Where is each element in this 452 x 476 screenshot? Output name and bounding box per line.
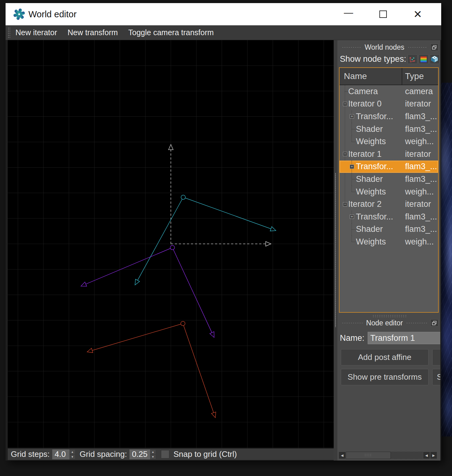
window-controls: — ✕	[331, 3, 435, 25]
table-row[interactable]: +Transfor...flam3_...	[340, 211, 438, 223]
cell-name: Shader	[340, 123, 402, 136]
title-bar[interactable]: World editor — ✕	[6, 3, 441, 25]
node-type: iterator	[402, 199, 438, 209]
maximize-button[interactable]	[366, 3, 400, 25]
show-pre-transforms-button[interactable]: Show pre transforms	[341, 369, 429, 385]
clipped-button-1[interactable]	[432, 349, 440, 365]
right-panel: World nodes Show node types:	[337, 40, 440, 461]
scroll-left-icon[interactable]: ◀	[339, 452, 346, 459]
world-editor-window: World editor — ✕ New iteratorNew transfo…	[6, 3, 441, 461]
table-row[interactable]: +Transfor...flam3_...	[340, 161, 438, 173]
table-row[interactable]: Weightsweigh...	[340, 135, 438, 148]
desktop-fractal-wallpaper	[441, 83, 452, 436]
table-row[interactable]: Shaderflam3_...	[340, 123, 438, 136]
vertical-splitter[interactable]	[334, 40, 337, 461]
transform-pivot	[181, 321, 185, 326]
minimize-button[interactable]: —	[331, 3, 366, 25]
table-row[interactable]: +Transfor...flam3_...	[340, 110, 438, 123]
table-row[interactable]: −Iterator 1iterator	[340, 148, 438, 161]
horizontal-scrollbar[interactable]: ◀ ◀ ▶	[339, 452, 437, 459]
cube-icon	[431, 55, 438, 63]
grid-steps-spinbox[interactable]: 4.0 ▲ ▼	[52, 449, 75, 459]
table-row[interactable]: Weightsweigh...	[340, 236, 438, 248]
world-nodes-panel-titlebar[interactable]: World nodes	[339, 42, 440, 52]
menu-item-new-transform[interactable]: New transform	[62, 28, 123, 37]
node-type: weigh...	[402, 237, 438, 247]
expander-minus-icon[interactable]: −	[343, 152, 347, 156]
cell-name: +Transfor...	[340, 211, 402, 223]
cell-name: Camera	[340, 85, 402, 98]
show-shader-nodes-button[interactable]	[419, 54, 429, 64]
button-column-clipped: S	[432, 349, 440, 389]
column-header-name[interactable]: Name	[340, 68, 402, 85]
add-post-affine-button[interactable]: Add post affine	[341, 349, 429, 365]
node-type: weigh...	[402, 137, 438, 146]
grid-spacing-value[interactable]: 0.25	[129, 449, 150, 459]
table-row[interactable]: −Iterator 2iterator	[340, 198, 438, 211]
world-canvas[interactable]	[8, 40, 334, 448]
spinner-down-icon[interactable]: ▼	[150, 454, 156, 459]
cell-name: Shader	[340, 173, 402, 186]
node-type: flam3_...	[402, 174, 438, 184]
spinner-up-icon[interactable]: ▲	[70, 449, 75, 454]
snap-to-grid-checkbox[interactable]	[161, 450, 169, 458]
node-name: Shader	[356, 124, 383, 134]
status-bar: Grid steps: 4.0 ▲ ▼ Grid spacing: 0.25 ▲	[8, 448, 334, 460]
node-editor-panel-titlebar[interactable]: Node editor	[339, 318, 440, 328]
canvas-column: Grid steps: 4.0 ▲ ▼ Grid spacing: 0.25 ▲	[8, 40, 334, 461]
cell-name: −Iterator 2	[340, 198, 402, 211]
table-row[interactable]: Cameracamera	[340, 85, 438, 98]
cell-name: Shader	[340, 223, 402, 236]
spinner-down-icon[interactable]: ▼	[70, 454, 75, 459]
node-name: Weights	[356, 237, 386, 247]
expander-plus-icon[interactable]: +	[350, 215, 354, 219]
spinner-up-icon[interactable]: ▲	[150, 449, 156, 454]
scrollbar-thumb[interactable]	[346, 452, 391, 459]
table-row[interactable]: Shaderflam3_...	[340, 223, 438, 236]
menu-item-toggle-camera-transform[interactable]: Toggle camera transform	[123, 28, 219, 37]
grid-spacing-spinbox[interactable]: 0.25 ▲ ▼	[129, 449, 156, 459]
scroll-right-icon[interactable]: ▶	[430, 452, 437, 459]
show-node-types-row: Show node types:	[339, 54, 440, 64]
table-row[interactable]: Weightsweigh...	[340, 186, 438, 198]
table-row[interactable]: −Iterator 0iterator	[340, 98, 438, 111]
horizontal-splitter[interactable]	[339, 314, 440, 318]
expander-plus-icon[interactable]: +	[350, 114, 354, 119]
scrollbar-track[interactable]	[346, 452, 423, 459]
node-name: Iterator 2	[348, 199, 382, 209]
show-weight-nodes-button[interactable]	[430, 54, 440, 64]
cell-name: −Iterator 1	[340, 148, 402, 161]
node-name: Weights	[356, 137, 386, 146]
node-name: Iterator 0	[348, 99, 382, 109]
node-name: Shader	[356, 174, 383, 184]
menubar: New iteratorNew transformToggle camera t…	[6, 25, 441, 40]
expander-minus-icon[interactable]: −	[343, 102, 347, 106]
menu-item-new-iterator[interactable]: New iterator	[10, 28, 62, 37]
expander-minus-icon[interactable]: −	[343, 202, 347, 207]
node-type: flam3_...	[402, 212, 438, 222]
transform-axes-icon	[409, 56, 416, 63]
close-button[interactable]: ✕	[400, 3, 435, 25]
undock-panel-button[interactable]	[430, 44, 438, 51]
expander-plus-icon[interactable]: +	[350, 165, 354, 169]
node-name-input[interactable]	[368, 332, 440, 344]
cell-name: Weights	[340, 135, 402, 148]
scroll-left-icon[interactable]: ◀	[423, 452, 430, 459]
grid-steps-value[interactable]: 4.0	[52, 449, 70, 459]
toolbar-drag-handle[interactable]	[8, 27, 10, 38]
cell-name: Weights	[340, 186, 402, 198]
panel-drag-dots	[342, 46, 361, 49]
node-name: Transfor...	[356, 162, 393, 171]
show-node-types-label: Show node types:	[340, 54, 406, 64]
table-row[interactable]: Shaderflam3_...	[340, 173, 438, 186]
column-header-type[interactable]: Type	[402, 68, 438, 85]
cell-name: Weights	[340, 236, 402, 248]
desktop: World editor — ✕ New iteratorNew transfo…	[0, 0, 452, 476]
undock-panel-button[interactable]	[430, 319, 438, 327]
show-transform-nodes-button[interactable]	[408, 54, 417, 64]
button-column-main: Add post affineShow pre transforms	[339, 349, 440, 385]
clipped-button-2[interactable]: S	[432, 369, 440, 385]
app-pinwheel-icon	[12, 7, 26, 21]
maximize-icon	[379, 10, 387, 18]
iterator-0-transform	[135, 195, 276, 285]
